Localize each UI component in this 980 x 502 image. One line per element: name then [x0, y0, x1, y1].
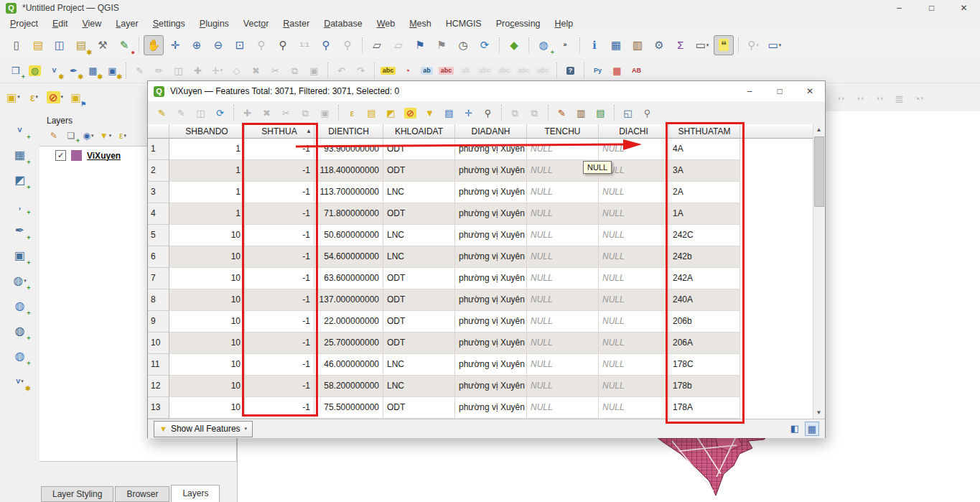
cell-diadanh[interactable]: phường vị Xuyên: [455, 397, 527, 419]
cell-tenchu[interactable]: NULL: [527, 246, 599, 268]
layer-visibility-checkbox[interactable]: ✓: [55, 150, 66, 161]
menu-mesh[interactable]: Mesh: [402, 16, 439, 32]
field-calculator-icon[interactable]: ▥: [572, 104, 590, 122]
add-delimited-text-layer-icon[interactable]: ,+: [10, 195, 30, 215]
cell-dientich[interactable]: 54.600000000: [314, 246, 383, 268]
invert-selection-icon[interactable]: ◩: [382, 104, 400, 122]
pan-to-selection-icon[interactable]: ✛: [165, 35, 185, 55]
cell-tenchu[interactable]: NULL: [527, 268, 599, 289]
table-view-button[interactable]: ▦: [805, 422, 819, 436]
cell-diadanh[interactable]: phường vị Xuyên: [455, 160, 527, 182]
cell-tenchu[interactable]: NULL: [527, 354, 599, 376]
row-number[interactable]: 2: [148, 160, 169, 182]
dialog-minimize-button[interactable]: –: [734, 81, 765, 101]
cell-dientich[interactable]: 93.900000000: [314, 139, 383, 160]
add-raster-layer-icon[interactable]: ▦+: [10, 145, 30, 165]
cell-diachi[interactable]: NULL: [599, 397, 669, 419]
add-spatialite-layer-icon[interactable]: ✒+: [10, 220, 30, 241]
search-widget-icon[interactable]: ⚲: [638, 104, 656, 122]
cell-shthua[interactable]: -1: [245, 139, 314, 160]
cell-shbando[interactable]: 10: [169, 311, 245, 333]
cell-diachi[interactable]: NULL: [599, 139, 669, 160]
column-header-diachi[interactable]: DIACHI: [599, 124, 669, 139]
cell-shthuatam[interactable]: 206A: [669, 333, 740, 354]
add-postgis-layer-icon[interactable]: ◍+▾: [10, 271, 30, 291]
new-project-icon[interactable]: ▯: [6, 35, 27, 55]
row-number[interactable]: 8: [148, 289, 169, 311]
plugin-manager-icon[interactable]: ▦: [608, 62, 626, 80]
cell-dientich[interactable]: 46.000000000: [314, 354, 383, 376]
save-project-as-icon[interactable]: ▤✱: [71, 35, 91, 55]
identify-features-icon[interactable]: ℹ: [584, 35, 605, 55]
toggle-editing-icon[interactable]: ✎: [153, 104, 171, 122]
add-mesh-layer-icon[interactable]: ◩+: [10, 170, 30, 190]
organize-columns-icon[interactable]: ▤: [592, 104, 610, 122]
cell-shthuatam[interactable]: 178b: [669, 376, 740, 397]
cell-tenchu[interactable]: NULL: [527, 225, 599, 246]
measure-line-icon[interactable]: ▭▾: [692, 35, 712, 55]
open-project-icon[interactable]: ▤: [28, 35, 48, 55]
data-source-manager-icon[interactable]: ❒+: [6, 62, 24, 80]
cell-dientich[interactable]: 71.800000000: [314, 203, 383, 225]
filter-legend-icon[interactable]: ▼▾: [98, 128, 113, 144]
deselect-all-icon[interactable]: ⊘▾: [45, 88, 65, 107]
cell-dientich[interactable]: 75.500000000: [314, 397, 383, 419]
row-number[interactable]: 12: [148, 376, 169, 397]
vertical-scrollbar[interactable]: ▲ ▼: [813, 124, 824, 419]
cell-shthuatam[interactable]: 2A: [669, 182, 740, 203]
pin-labels-icon[interactable]: ab: [418, 62, 436, 80]
menu-project[interactable]: Project: [3, 16, 45, 32]
zoom-full-icon[interactable]: ⊡: [230, 35, 250, 55]
zoom-to-selection-icon[interactable]: ⚲: [479, 104, 497, 122]
row-number[interactable]: 1: [148, 139, 169, 160]
cell-diadanh[interactable]: phường vị Xuyên: [455, 139, 527, 160]
menu-vector[interactable]: Vector: [236, 16, 276, 32]
reload-table-icon[interactable]: ⟳: [211, 104, 229, 122]
cell-shthua[interactable]: -1: [245, 311, 314, 333]
cell-shthuatam[interactable]: 3A: [669, 160, 740, 182]
cell-diachi[interactable]: NULL: [599, 246, 669, 268]
row-number[interactable]: 7: [148, 268, 169, 289]
cell-khloaidat[interactable]: ODT: [383, 203, 455, 225]
cell-diachi[interactable]: NULL: [599, 333, 669, 354]
select-by-expression-icon[interactable]: ε▾: [24, 88, 44, 107]
cell-shthuatam[interactable]: 1A: [669, 203, 740, 225]
zoom-last-icon[interactable]: ⚲: [316, 35, 336, 55]
metasearch-icon[interactable]: ◍+: [533, 35, 554, 55]
hcmgis-tools-icon[interactable]: ◍: [26, 62, 44, 80]
cell-tenchu[interactable]: NULL: [527, 182, 599, 203]
cell-shthua[interactable]: -1: [245, 225, 314, 246]
cell-shthuatam[interactable]: 240A: [669, 289, 740, 311]
cell-shbando[interactable]: 10: [169, 376, 245, 397]
statistical-summary-icon[interactable]: Σ: [671, 35, 691, 55]
cell-shthuatam[interactable]: 242C: [669, 225, 740, 246]
tab-layer-styling[interactable]: Layer Styling: [41, 486, 113, 502]
cell-tenchu[interactable]: NULL: [527, 333, 599, 354]
select-all-icon[interactable]: ▤: [363, 104, 381, 122]
show-spatial-bookmarks-icon[interactable]: ⚑: [431, 35, 452, 55]
cell-diachi[interactable]: NULL: [599, 182, 669, 203]
cell-dientich[interactable]: 137.000000000: [314, 289, 383, 311]
new-map-view-icon[interactable]: ▱: [367, 35, 387, 55]
open-layer-styling-icon[interactable]: ✎: [46, 128, 62, 144]
cell-shthuatam[interactable]: 178A: [669, 397, 740, 419]
cell-diadanh[interactable]: phường vị Xuyên: [455, 203, 527, 225]
tab-layers[interactable]: Layers: [171, 485, 220, 502]
menu-raster[interactable]: Raster: [276, 16, 317, 32]
cell-diachi[interactable]: NULL: [599, 225, 669, 246]
row-number[interactable]: 11: [148, 354, 169, 376]
menu-edit[interactable]: Edit: [45, 16, 75, 32]
cell-diadanh[interactable]: phường vị Xuyên: [455, 333, 527, 354]
form-view-button[interactable]: ◧: [788, 422, 802, 436]
cell-khloaidat[interactable]: LNC: [383, 225, 455, 246]
cell-dientich[interactable]: 118.400000000: [314, 160, 383, 182]
map-tips-icon[interactable]: ❝: [714, 35, 734, 55]
row-number[interactable]: 10: [148, 333, 169, 354]
new-temporary-scratch-layer-icon[interactable]: ▣✱: [103, 62, 121, 80]
cell-shthuatam[interactable]: 178C: [669, 354, 740, 376]
layer-labeling-icon[interactable]: abc: [379, 62, 397, 80]
menu-view[interactable]: View: [75, 16, 108, 32]
scroll-up-icon[interactable]: ▲: [813, 124, 824, 136]
new-shapefile-layer-icon[interactable]: ✒✱: [65, 62, 83, 80]
cell-shbando[interactable]: 10: [169, 225, 245, 246]
